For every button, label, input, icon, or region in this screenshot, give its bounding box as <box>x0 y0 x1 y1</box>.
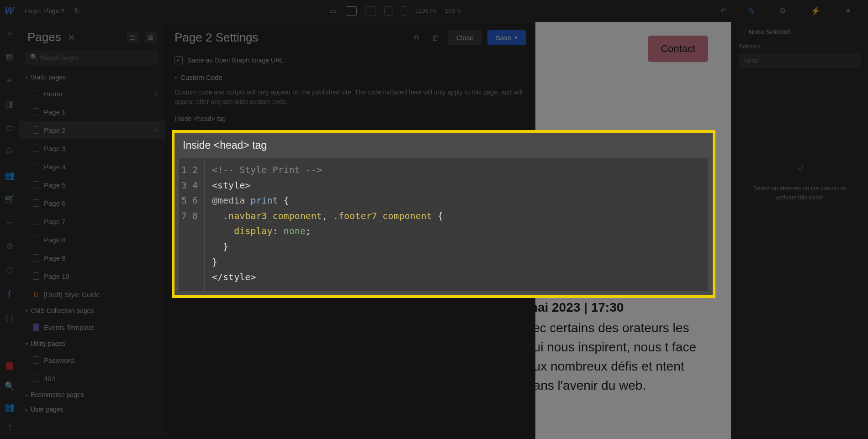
draft-icon: 🗎 <box>33 291 39 298</box>
components-icon[interactable]: ◨ <box>5 99 14 109</box>
apps-icon[interactable]: ⬡ <box>5 266 14 275</box>
code-editor[interactable]: 1 2 3 4 5 6 7 8 <!-- Style Print --> <st… <box>179 158 708 291</box>
page-icon <box>33 126 39 134</box>
page-icon <box>33 254 39 261</box>
close-panel-icon[interactable]: ✕ <box>68 32 75 43</box>
checkbox-checked-icon[interactable]: ✓ <box>175 56 183 64</box>
device-tablet-icon[interactable] <box>365 6 376 16</box>
settings-tab-icon[interactable]: ⚙ <box>779 6 786 16</box>
home-icon: ⌂ <box>154 90 158 97</box>
effects-tab-icon[interactable]: ✦ <box>845 6 852 16</box>
pages-panel: Pages ✕ 🗀 🗎 🔍 ▾Static pages Home⌂ Page 1… <box>19 22 165 439</box>
none-selected-label: None Selected <box>739 28 861 36</box>
device-switcher: ▭ 1236 PX 100 % <box>328 6 461 16</box>
page-icon <box>33 108 39 115</box>
revert-icon[interactable]: ↻ <box>73 6 82 16</box>
settings-rail-icon[interactable]: ⚙ <box>5 242 14 251</box>
page-item[interactable]: Page 4 <box>19 157 165 176</box>
page-item[interactable]: Page 10 <box>19 267 165 285</box>
code-gutter: 1 2 3 4 5 6 7 8 <box>179 158 205 291</box>
page-item[interactable]: Page 6 <box>19 194 165 212</box>
code-editor-highlight: Inside <head> tag 1 2 3 4 5 6 7 8 <!-- S… <box>172 130 715 298</box>
new-folder-button[interactable]: 🗀 <box>127 31 138 43</box>
page-item-draft[interactable]: 🗎[Draft] Style Guide <box>19 285 165 303</box>
page-icon <box>33 90 39 97</box>
panel-hint: ☟ Select an element on the canvas to act… <box>739 159 861 202</box>
delete-icon[interactable]: 🗑 <box>429 31 442 45</box>
webflow-logo: W <box>5 5 16 16</box>
page-item[interactable]: Page 5 <box>19 176 165 194</box>
interactions-tab-icon[interactable]: ⚡ <box>810 6 820 16</box>
page-item-active[interactable]: Page 2 <box>19 121 165 139</box>
page-icon <box>33 272 39 280</box>
user-pages-section[interactable]: ▸User pages <box>19 402 165 417</box>
assets-icon[interactable]: 🗀 <box>5 123 14 132</box>
inside-head-label: Inside <head> tag <box>175 115 526 126</box>
device-desktop-icon[interactable] <box>346 6 357 16</box>
cms-page-icon <box>33 324 39 331</box>
page-icon <box>33 356 39 364</box>
cms-page-item[interactable]: Events Template <box>19 318 165 336</box>
users-icon[interactable]: 👥 <box>5 171 14 180</box>
ecommerce-pages-section[interactable]: ▸Ecommerce pages <box>19 387 165 402</box>
device-mobile-icon[interactable] <box>401 6 407 16</box>
static-pages-section[interactable]: ▾Static pages <box>19 70 165 84</box>
new-page-button[interactable]: 🗎 <box>145 31 157 43</box>
undo-icon[interactable]: ↶ <box>719 6 728 16</box>
page-item[interactable]: Page 7 <box>19 212 165 230</box>
device-mobile-l-icon[interactable] <box>384 6 392 16</box>
utility-pages-section[interactable]: ▾Utility pages <box>19 336 165 351</box>
cms-icon[interactable]: ⛁ <box>5 147 14 156</box>
canvas-body-text: vec certains des orateurs les qui nous i… <box>535 319 708 395</box>
custom-code-help: Custom code and scripts will only appear… <box>175 88 526 115</box>
ecommerce-icon[interactable]: 🛒 <box>5 194 14 204</box>
page-icon <box>33 218 39 225</box>
page-icon <box>33 375 39 382</box>
page-icon <box>33 236 39 243</box>
help-icon[interactable]: ? <box>5 423 14 433</box>
page-label: Page: <box>25 7 42 15</box>
brackets-icon[interactable]: { } <box>5 313 14 322</box>
navigator-icon[interactable]: ≡ <box>5 76 14 85</box>
utility-page-item[interactable]: 404 <box>19 369 165 387</box>
static-pages-list: Home⌂ Page 1 Page 2 Page 3 Page 4 Page 5… <box>19 84 165 303</box>
variables-icon[interactable]: ʄ <box>5 289 14 298</box>
viewport-zoom[interactable]: 100 % <box>445 7 461 14</box>
selector-input[interactable] <box>739 53 861 68</box>
style-tab-icon[interactable]: ✎ <box>748 6 755 16</box>
page-item[interactable]: Page 9 <box>19 249 165 267</box>
device-xl-icon[interactable]: ▭ <box>328 6 338 16</box>
code-content[interactable]: <!-- Style Print --> <style> @media prin… <box>205 158 443 291</box>
audit-issues-icon[interactable] <box>6 362 13 370</box>
utility-page-item[interactable]: Password <box>19 351 165 369</box>
add-icon[interactable]: ＋ <box>5 28 14 37</box>
chevron-down-icon: ▾ <box>515 35 518 41</box>
search-icon: 🔍 <box>30 53 38 61</box>
logic-icon[interactable]: ⎓ <box>5 218 14 227</box>
search-pages-input[interactable] <box>26 51 159 65</box>
page-item[interactable]: Page 8 <box>19 230 165 249</box>
canvas-date: mai 2023 | 17:30 <box>535 300 624 315</box>
cms-pages-section[interactable]: ▾CMS Collection pages <box>19 303 165 318</box>
page-icon <box>33 163 39 170</box>
pointer-icon: ☟ <box>748 159 852 178</box>
pages-icon[interactable]: ▦ <box>5 52 14 61</box>
page-name[interactable]: Page 2 <box>44 7 64 15</box>
page-item[interactable]: Page 1 <box>19 103 165 121</box>
copy-icon[interactable]: ⧉ <box>409 31 423 45</box>
collab-icon[interactable]: 👥 <box>5 402 14 412</box>
viewport-width[interactable]: 1236 PX <box>415 7 437 14</box>
page-item[interactable]: Page 3 <box>19 139 165 157</box>
settings-title: Page 2 Settings <box>175 31 404 45</box>
right-panel-tabs: ✎ ⚙ ⚡ ✦ <box>731 0 868 22</box>
og-same-row[interactable]: ✓ Same as Open Graph Image URL <box>175 53 526 71</box>
page-icon <box>33 199 39 207</box>
pages-title: Pages <box>27 30 61 44</box>
search-rail-icon[interactable]: 🔍 <box>5 382 14 391</box>
save-button[interactable]: Save▾ <box>487 30 526 45</box>
contact-button[interactable]: Contact <box>648 36 708 62</box>
page-icon <box>33 181 39 188</box>
close-button[interactable]: Close <box>448 30 482 45</box>
page-item-home[interactable]: Home⌂ <box>19 84 165 103</box>
custom-code-section[interactable]: ▾Custom Code <box>175 71 526 88</box>
